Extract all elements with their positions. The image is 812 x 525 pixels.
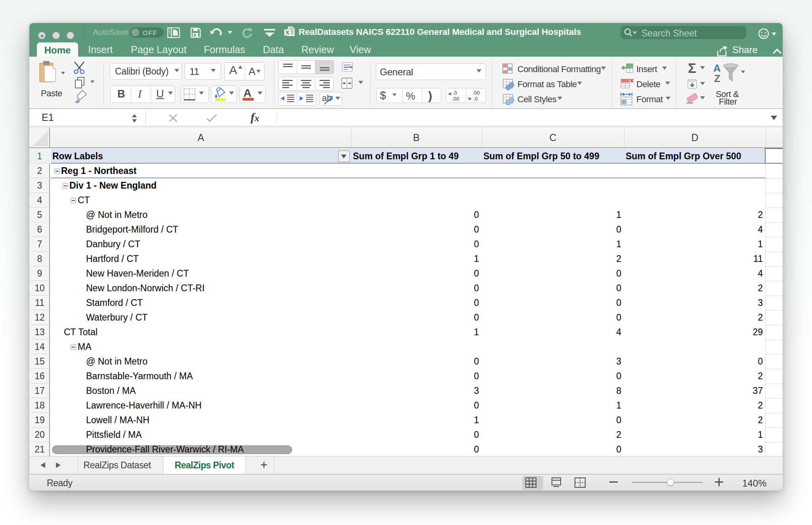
svg-text:.00: .00 [452,96,459,102]
svg-text:.0: .0 [473,96,478,102]
svg-text:.00: .00 [473,90,480,96]
svg-text:X: X [285,29,289,36]
svg-text:.0: .0 [453,90,457,96]
